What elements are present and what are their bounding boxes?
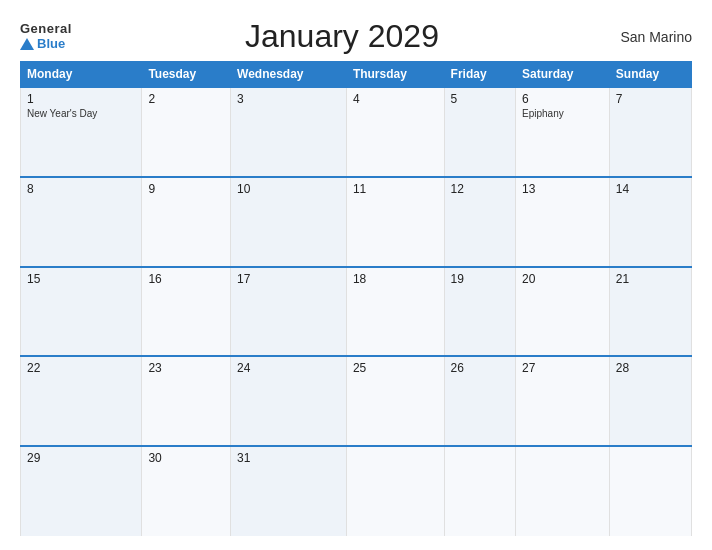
weekday-header-saturday: Saturday bbox=[516, 62, 610, 88]
day-number: 22 bbox=[27, 361, 135, 375]
day-number: 23 bbox=[148, 361, 224, 375]
day-number: 27 bbox=[522, 361, 603, 375]
day-number: 19 bbox=[451, 272, 509, 286]
calendar-cell: 24 bbox=[231, 356, 347, 446]
day-number: 11 bbox=[353, 182, 438, 196]
calendar-cell: 30 bbox=[142, 446, 231, 536]
week-row-1: 1New Year's Day23456Epiphany7 bbox=[21, 87, 692, 177]
day-number: 16 bbox=[148, 272, 224, 286]
day-number: 28 bbox=[616, 361, 685, 375]
day-number: 20 bbox=[522, 272, 603, 286]
day-number: 1 bbox=[27, 92, 135, 106]
calendar-cell bbox=[444, 446, 515, 536]
calendar-cell: 2 bbox=[142, 87, 231, 177]
week-row-2: 891011121314 bbox=[21, 177, 692, 267]
weekday-header-sunday: Sunday bbox=[609, 62, 691, 88]
calendar-cell: 6Epiphany bbox=[516, 87, 610, 177]
day-number: 5 bbox=[451, 92, 509, 106]
day-number: 29 bbox=[27, 451, 135, 465]
calendar-cell: 26 bbox=[444, 356, 515, 446]
day-number: 30 bbox=[148, 451, 224, 465]
calendar-cell: 22 bbox=[21, 356, 142, 446]
day-number: 15 bbox=[27, 272, 135, 286]
calendar-cell: 19 bbox=[444, 267, 515, 357]
calendar-table: MondayTuesdayWednesdayThursdayFridaySatu… bbox=[20, 61, 692, 536]
calendar-cell: 31 bbox=[231, 446, 347, 536]
calendar-cell: 10 bbox=[231, 177, 347, 267]
logo: General Blue bbox=[20, 22, 72, 51]
calendar-cell: 28 bbox=[609, 356, 691, 446]
day-number: 7 bbox=[616, 92, 685, 106]
calendar-cell: 12 bbox=[444, 177, 515, 267]
calendar-cell bbox=[609, 446, 691, 536]
week-row-3: 15161718192021 bbox=[21, 267, 692, 357]
week-row-4: 22232425262728 bbox=[21, 356, 692, 446]
holiday-name: New Year's Day bbox=[27, 108, 135, 119]
logo-triangle-icon bbox=[20, 38, 34, 50]
weekday-header-monday: Monday bbox=[21, 62, 142, 88]
calendar-cell: 9 bbox=[142, 177, 231, 267]
weekday-header-wednesday: Wednesday bbox=[231, 62, 347, 88]
day-number: 4 bbox=[353, 92, 438, 106]
calendar-cell bbox=[516, 446, 610, 536]
day-number: 2 bbox=[148, 92, 224, 106]
day-number: 26 bbox=[451, 361, 509, 375]
day-number: 21 bbox=[616, 272, 685, 286]
day-number: 18 bbox=[353, 272, 438, 286]
day-number: 14 bbox=[616, 182, 685, 196]
calendar-cell: 14 bbox=[609, 177, 691, 267]
day-number: 12 bbox=[451, 182, 509, 196]
week-row-5: 293031 bbox=[21, 446, 692, 536]
calendar-cell: 13 bbox=[516, 177, 610, 267]
day-number: 9 bbox=[148, 182, 224, 196]
day-number: 3 bbox=[237, 92, 340, 106]
calendar-cell: 3 bbox=[231, 87, 347, 177]
calendar-cell bbox=[346, 446, 444, 536]
calendar-cell: 29 bbox=[21, 446, 142, 536]
day-number: 17 bbox=[237, 272, 340, 286]
day-number: 10 bbox=[237, 182, 340, 196]
calendar-cell: 11 bbox=[346, 177, 444, 267]
calendar-cell: 7 bbox=[609, 87, 691, 177]
calendar-header: General Blue January 2029 San Marino bbox=[20, 18, 692, 55]
calendar-cell: 25 bbox=[346, 356, 444, 446]
region-label: San Marino bbox=[612, 29, 692, 45]
calendar-title: January 2029 bbox=[72, 18, 612, 55]
calendar-cell: 15 bbox=[21, 267, 142, 357]
weekday-header-tuesday: Tuesday bbox=[142, 62, 231, 88]
holiday-name: Epiphany bbox=[522, 108, 603, 119]
calendar-cell: 4 bbox=[346, 87, 444, 177]
day-number: 24 bbox=[237, 361, 340, 375]
calendar-cell: 21 bbox=[609, 267, 691, 357]
day-number: 8 bbox=[27, 182, 135, 196]
calendar-cell: 16 bbox=[142, 267, 231, 357]
calendar-cell: 18 bbox=[346, 267, 444, 357]
calendar-cell: 20 bbox=[516, 267, 610, 357]
logo-general-text: General bbox=[20, 22, 72, 36]
calendar-cell: 5 bbox=[444, 87, 515, 177]
logo-blue-text: Blue bbox=[20, 37, 72, 51]
weekday-header-friday: Friday bbox=[444, 62, 515, 88]
day-number: 13 bbox=[522, 182, 603, 196]
weekday-header-thursday: Thursday bbox=[346, 62, 444, 88]
calendar-cell: 17 bbox=[231, 267, 347, 357]
calendar-cell: 23 bbox=[142, 356, 231, 446]
calendar-cell: 8 bbox=[21, 177, 142, 267]
calendar-cell: 27 bbox=[516, 356, 610, 446]
calendar-page: General Blue January 2029 San Marino Mon… bbox=[0, 0, 712, 550]
day-number: 25 bbox=[353, 361, 438, 375]
calendar-cell: 1New Year's Day bbox=[21, 87, 142, 177]
day-number: 6 bbox=[522, 92, 603, 106]
day-number: 31 bbox=[237, 451, 340, 465]
